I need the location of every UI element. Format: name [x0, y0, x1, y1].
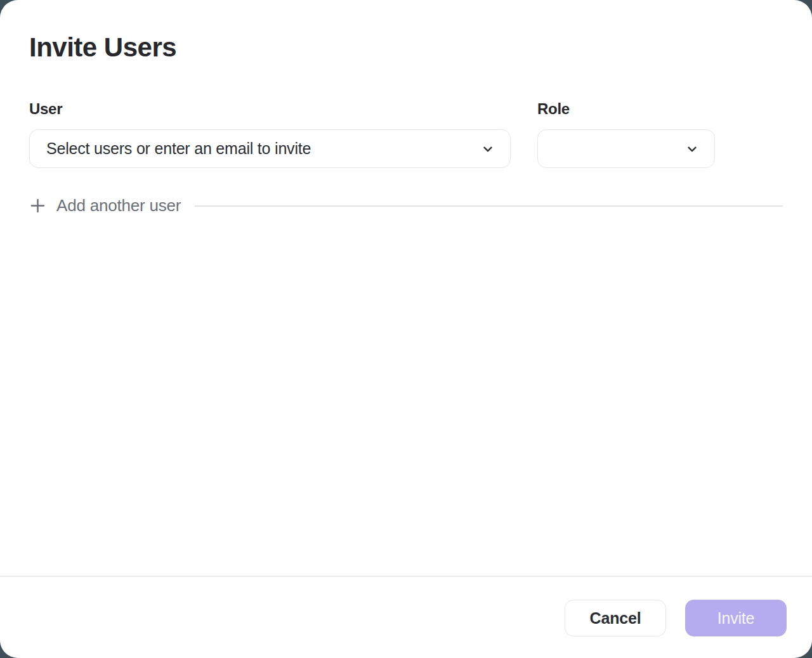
page-title: Invite Users — [29, 32, 783, 63]
chevron-down-icon — [685, 142, 699, 156]
role-select[interactable] — [537, 129, 715, 168]
divider — [195, 205, 783, 207]
cancel-button[interactable]: Cancel — [565, 600, 666, 636]
user-select[interactable]: Select users or enter an email to invite — [29, 129, 511, 168]
plus-icon — [29, 197, 46, 214]
modal-body: Invite Users User Select users or enter … — [0, 0, 812, 576]
invite-fields-row: User Select users or enter an email to i… — [29, 100, 783, 168]
invite-button[interactable]: Invite — [685, 600, 787, 636]
modal-footer: Cancel Invite — [0, 576, 812, 658]
empty-content-area — [29, 216, 783, 576]
user-select-placeholder: Select users or enter an email to invite — [46, 139, 311, 158]
role-field-group: Role — [537, 100, 715, 168]
user-field-label: User — [29, 100, 511, 118]
add-another-user-button[interactable]: Add another user — [29, 196, 181, 216]
add-user-row: Add another user — [29, 196, 783, 216]
invite-users-modal: Invite Users User Select users or enter … — [0, 0, 812, 658]
chevron-down-icon — [481, 142, 495, 156]
user-field-group: User Select users or enter an email to i… — [29, 100, 511, 168]
add-another-user-label: Add another user — [56, 196, 181, 216]
role-field-label: Role — [537, 100, 715, 118]
